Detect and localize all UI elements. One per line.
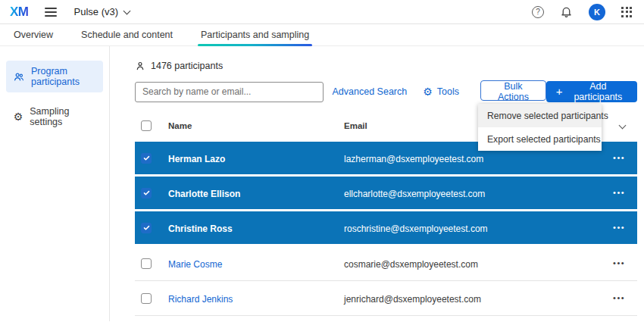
tab-bar: Overview Schedule and content Participan… bbox=[0, 24, 644, 46]
person-icon bbox=[135, 61, 145, 71]
row-checkbox[interactable] bbox=[141, 153, 152, 164]
row-actions-menu[interactable]: ••• bbox=[613, 189, 625, 197]
tab-participants-and-sampling[interactable]: Participants and sampling bbox=[201, 24, 309, 45]
gear-icon: ⚙ bbox=[423, 86, 433, 97]
tab-schedule-and-content[interactable]: Schedule and content bbox=[81, 24, 173, 45]
tools-button[interactable]: ⚙ Tools bbox=[423, 86, 459, 97]
sidebar-item-program-participants[interactable]: Program participants bbox=[6, 61, 103, 92]
menu-item-export-selected-participants[interactable]: Export selected participants bbox=[478, 127, 602, 151]
table-row[interactable]: Richard Jenkins jenrichard@dsxemployeete… bbox=[135, 281, 637, 316]
participant-name: Herman Lazo bbox=[168, 154, 225, 164]
app-window: XM Pulse (v3) ? K Overview Schedule and … bbox=[0, 0, 644, 322]
bulk-actions-button[interactable]: Bulk Actions bbox=[480, 80, 546, 101]
row-checkbox[interactable] bbox=[141, 223, 152, 233]
program-name: Pulse (v3) bbox=[74, 6, 119, 17]
participant-email: cosmarie@dsxemployeetest.com bbox=[344, 259, 478, 270]
main-content: 1476 participants Advanced Search ⚙ Tool… bbox=[110, 46, 644, 321]
table-row[interactable]: Christine Ross roschristine@dsxemployeet… bbox=[135, 211, 637, 246]
toolbar: Advanced Search ⚙ Tools Bulk Actions Rem… bbox=[135, 81, 637, 102]
participant-email: jenrichard@dsxemployeetest.com bbox=[344, 294, 481, 305]
bulk-actions-wrapper: Bulk Actions Remove selected participant… bbox=[480, 80, 546, 103]
user-avatar[interactable]: K bbox=[589, 4, 605, 20]
row-actions-menu[interactable]: ••• bbox=[613, 259, 625, 267]
sidebar-item-label: Sampling settings bbox=[30, 106, 96, 127]
table-row[interactable]: Charlotte Ellison ellcharlotte@dsxemploy… bbox=[135, 177, 637, 211]
row-actions-menu[interactable]: ••• bbox=[613, 224, 625, 232]
bulk-actions-menu: Remove selected participants Export sele… bbox=[478, 104, 602, 151]
sidebar-item-sampling-settings[interactable]: ⚙ Sampling settings bbox=[6, 101, 103, 133]
app-switcher-icon[interactable] bbox=[621, 7, 632, 17]
top-bar: XM Pulse (v3) ? K bbox=[0, 0, 644, 24]
checkmark-icon bbox=[143, 224, 150, 231]
row-actions-menu[interactable]: ••• bbox=[613, 154, 625, 162]
checkmark-icon bbox=[143, 155, 150, 161]
program-selector[interactable]: Pulse (v3) bbox=[74, 6, 130, 17]
select-all-checkbox[interactable] bbox=[141, 120, 152, 131]
advanced-search-link[interactable]: Advanced Search bbox=[333, 86, 408, 97]
participants-count-row: 1476 participants bbox=[135, 59, 637, 72]
help-icon[interactable]: ? bbox=[532, 6, 544, 18]
add-participants-button[interactable]: + Add participants bbox=[546, 81, 637, 102]
notification-bell-icon[interactable] bbox=[560, 5, 573, 18]
participant-email: roschristine@dsxemployeetest.com bbox=[344, 224, 488, 234]
column-header-name: Name bbox=[168, 121, 344, 130]
participant-name: Christine Ross bbox=[168, 224, 233, 234]
participant-name[interactable]: Marie Cosme bbox=[168, 259, 222, 270]
participant-email: ellcharlotte@dsxemployeetest.com bbox=[344, 189, 485, 199]
menu-item-remove-selected-participants[interactable]: Remove selected participants bbox=[478, 104, 602, 127]
gear-icon: ⚙ bbox=[13, 111, 23, 122]
people-icon bbox=[13, 71, 25, 83]
participants-count: 1476 participants bbox=[151, 61, 223, 71]
participant-email: lazherman@dsxemployeetest.com bbox=[344, 154, 483, 164]
hamburger-menu-icon[interactable] bbox=[45, 8, 57, 17]
participant-name: Charlotte Ellison bbox=[168, 189, 240, 199]
xm-logo: XM bbox=[10, 5, 29, 20]
participant-name[interactable]: Richard Jenkins bbox=[168, 294, 233, 305]
sidebar: Program participants ⚙ Sampling settings bbox=[0, 46, 110, 321]
chevron-down-icon bbox=[123, 7, 131, 14]
row-checkbox[interactable] bbox=[141, 293, 152, 304]
row-checkbox[interactable] bbox=[141, 258, 152, 269]
tab-overview[interactable]: Overview bbox=[14, 24, 53, 45]
sidebar-item-label: Program participants bbox=[31, 66, 96, 87]
plus-icon: + bbox=[556, 85, 563, 98]
column-options-chevron-icon[interactable] bbox=[619, 122, 627, 130]
row-checkbox[interactable] bbox=[141, 188, 152, 199]
row-actions-menu[interactable]: ••• bbox=[613, 294, 625, 302]
checkmark-icon bbox=[143, 189, 150, 196]
search-input[interactable] bbox=[135, 82, 324, 102]
top-right-icons: ? K bbox=[532, 4, 632, 20]
table-row[interactable]: Marie Cosme cosmarie@dsxemployeetest.com… bbox=[135, 246, 637, 281]
